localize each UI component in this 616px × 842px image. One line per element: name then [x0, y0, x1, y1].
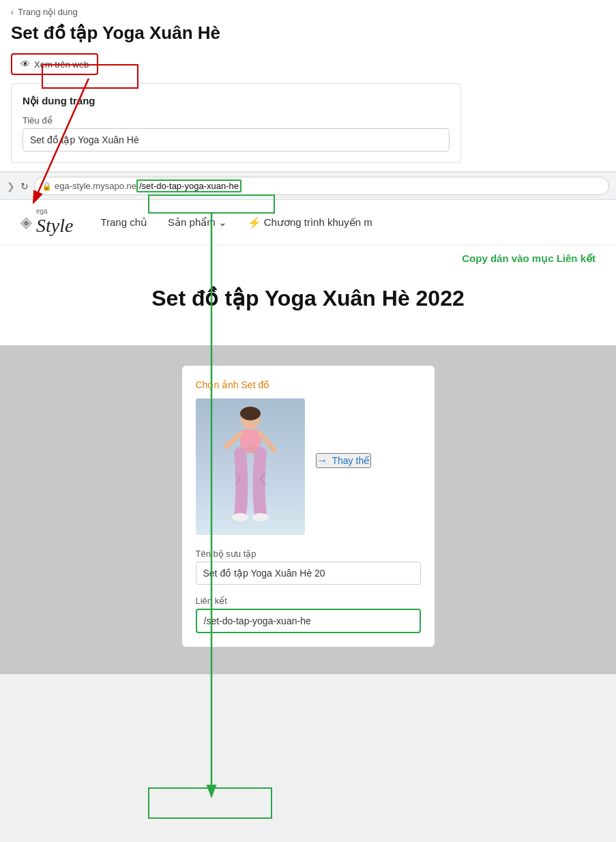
- svg-point-8: [252, 513, 269, 521]
- nav-promo-label: Chương trình khuyến m: [264, 216, 372, 229]
- nav-home[interactable]: Trang chủ: [100, 216, 147, 229]
- website-nav: ◈ ega Style Trang chủ Sản phẩm ⌄ ⚡ Chươn…: [0, 200, 616, 246]
- website-page-title: Set đồ tập Yoga Xuân Hè 2022: [20, 285, 596, 311]
- lightning-icon: ⚡: [248, 216, 261, 229]
- browser-url-bar[interactable]: 🔒 ega-style.mysapo.ne /set-do-tap-yoga-x…: [34, 177, 609, 195]
- section-title: Nội dung trang: [23, 95, 450, 107]
- collection-field-label: Tên bộ sưu tập: [196, 549, 421, 559]
- replace-label: Thay thế: [332, 455, 370, 466]
- product-image: [196, 398, 305, 535]
- nav-products[interactable]: Sản phẩm ⌄: [168, 216, 227, 229]
- green-box-link: [149, 788, 272, 818]
- website-content: Set đồ tập Yoga Xuân Hè 2022: [0, 265, 616, 345]
- link-field-label: Liên kết: [196, 596, 421, 606]
- url-path-highlighted: /set-do-tap-yoga-xuan-he: [136, 179, 241, 192]
- svg-point-7: [232, 513, 248, 521]
- browser-refresh-icon[interactable]: ↻: [20, 181, 29, 192]
- nav-links: Trang chủ Sản phẩm ⌄ ⚡ Chương trình khuy…: [100, 216, 372, 229]
- logo: ◈ ega Style: [20, 208, 73, 237]
- diamond-icon: ◈: [20, 214, 32, 231]
- breadcrumb-text: Trang nội dung: [18, 7, 78, 17]
- image-section-label: Chọn ảnh Set đồ: [196, 379, 421, 390]
- eye-icon: 👁: [20, 59, 30, 70]
- title-field-label: Tiêu đề: [23, 115, 450, 126]
- lock-icon: 🔒: [42, 182, 52, 191]
- copy-instruction: Copy dán vào mục Liên kết: [0, 246, 616, 265]
- gray-section: Chọn ảnh Set đồ: [0, 345, 616, 674]
- nav-products-label: Sản phẩm: [168, 216, 216, 229]
- browser-back-icon[interactable]: ❯: [7, 181, 15, 192]
- logo-style: Style: [36, 215, 73, 236]
- svg-rect-3: [240, 430, 261, 447]
- url-base: ega-style.mysapo.ne: [55, 181, 136, 191]
- nav-promo[interactable]: ⚡ Chương trình khuyến m: [248, 216, 372, 229]
- breadcrumb-arrow-icon: ‹: [11, 8, 14, 17]
- view-on-web-button[interactable]: 👁 Xem trên web: [11, 53, 98, 75]
- link-input[interactable]: [196, 609, 421, 633]
- title-input[interactable]: [23, 128, 450, 151]
- chevron-down-icon: ⌄: [218, 216, 227, 229]
- logo-ega: ega: [36, 208, 73, 215]
- collection-input[interactable]: [196, 562, 421, 585]
- page-title: Set đồ tập Yoga Xuân Hè: [0, 20, 616, 50]
- image-area: → Thay thế: [196, 398, 421, 535]
- form-card: Chọn ảnh Set đồ: [182, 366, 435, 647]
- svg-point-2: [240, 407, 261, 420]
- browser-bar: ❯ ↻ 🔒 ega-style.mysapo.ne /set-do-tap-yo…: [0, 172, 616, 200]
- replace-button[interactable]: → Thay thế: [316, 453, 372, 468]
- website-preview: ◈ ega Style Trang chủ Sản phẩm ⌄ ⚡ Chươn…: [0, 200, 616, 674]
- replace-icon: →: [317, 454, 328, 467]
- view-on-web-label: Xem trên web: [34, 59, 89, 70]
- content-section: Nội dung trang Tiêu đề: [11, 83, 461, 163]
